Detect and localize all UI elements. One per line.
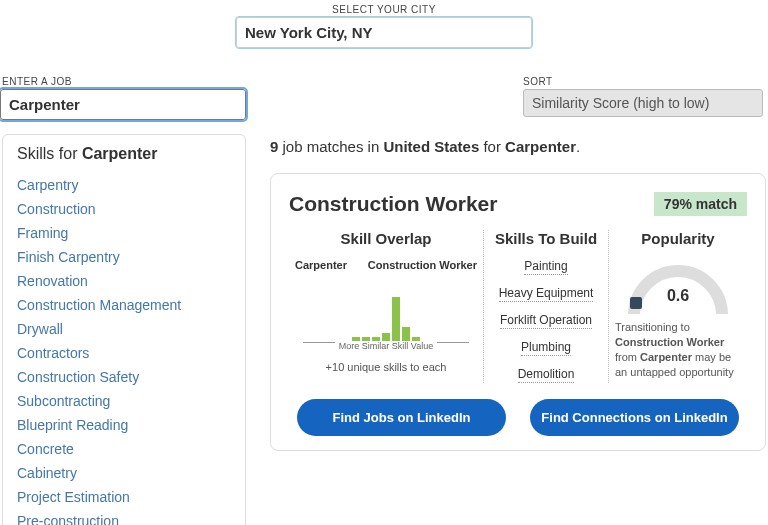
match-job-title: Construction Worker [289, 192, 497, 216]
job-label: ENTER A JOB [2, 76, 246, 87]
skill-item[interactable]: Construction [17, 197, 231, 221]
chart-bar [382, 333, 390, 341]
skill-item[interactable]: Blueprint Reading [17, 413, 231, 437]
skill-item[interactable]: Framing [17, 221, 231, 245]
chart-bar [392, 297, 400, 341]
chart-bar [402, 327, 410, 341]
skill-item[interactable]: Construction Safety [17, 365, 231, 389]
skill-item[interactable]: Cabinetry [17, 461, 231, 485]
skill-item[interactable]: Drywall [17, 317, 231, 341]
find-connections-button[interactable]: Find Connections on LinkedIn [530, 399, 739, 436]
match-badge: 79% match [654, 192, 747, 216]
skill-item[interactable]: Project Estimation [17, 485, 231, 509]
popularity-value: 0.6 [628, 287, 728, 305]
sort-label: SORT [523, 76, 763, 87]
skill-item[interactable]: Finish Carpentry [17, 245, 231, 269]
build-skill-item[interactable]: Plumbing [521, 340, 571, 356]
skill-item[interactable]: Pre-construction [17, 509, 231, 525]
overlap-note: +10 unique skills to each [295, 361, 477, 373]
sort-field-group: SORT Similarity Score (high to low) [523, 76, 763, 120]
sort-select[interactable]: Similarity Score (high to low) [523, 89, 763, 117]
build-title: Skills To Build [490, 230, 602, 247]
sidebar-title: Skills for Carpenter [17, 145, 231, 163]
overlap-title: Skill Overlap [295, 230, 477, 247]
skill-item[interactable]: Subcontracting [17, 389, 231, 413]
popularity-text: Transitioning to Construction Worker fro… [615, 320, 741, 379]
skills-sidebar: Skills for Carpenter CarpentryConstructi… [2, 134, 246, 525]
build-skill-item[interactable]: Forklift Operation [500, 313, 592, 329]
overlap-chart: More Similar Skill Value [295, 275, 477, 353]
city-input[interactable] [236, 17, 532, 48]
find-jobs-button[interactable]: Find Jobs on LinkedIn [297, 399, 506, 436]
job-field-group: ENTER A JOB [0, 76, 246, 120]
overlap-left-label: Carpenter [295, 259, 347, 271]
skill-item[interactable]: Contractors [17, 341, 231, 365]
build-skill-item[interactable]: Painting [524, 259, 567, 275]
popularity-column: Popularity 0.6 Transitioning to Construc… [608, 230, 747, 383]
job-match-card: Construction Worker 79% match Skill Over… [270, 173, 766, 451]
results-header: 9 job matches in United States for Carpe… [270, 138, 766, 155]
city-label: SELECT YOUR CITY [0, 4, 768, 15]
popularity-gauge: 0.6 [628, 259, 728, 314]
popularity-title: Popularity [615, 230, 741, 247]
job-input[interactable] [0, 89, 246, 120]
skill-overlap-column: Skill Overlap Carpenter Construction Wor… [289, 230, 483, 383]
build-skill-item[interactable]: Heavy Equipment [499, 286, 594, 302]
skill-item[interactable]: Construction Management [17, 293, 231, 317]
skill-item[interactable]: Renovation [17, 269, 231, 293]
skill-item[interactable]: Carpentry [17, 173, 231, 197]
skills-to-build-column: Skills To Build PaintingHeavy EquipmentF… [483, 230, 608, 383]
overlap-right-label: Construction Worker [368, 259, 477, 271]
results-area: 9 job matches in United States for Carpe… [270, 134, 766, 525]
skill-item[interactable]: Concrete [17, 437, 231, 461]
build-skill-item[interactable]: Demolition [518, 367, 575, 383]
